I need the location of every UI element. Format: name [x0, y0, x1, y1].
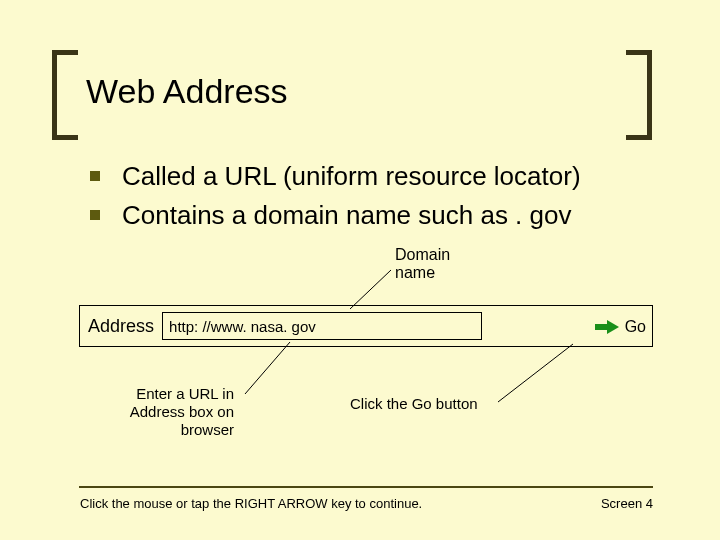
svg-line-0 [350, 270, 391, 309]
svg-line-1 [245, 342, 290, 394]
go-label: Go [625, 318, 646, 336]
square-bullet-icon [90, 171, 100, 181]
domain-name-callout: Domain name [395, 246, 450, 283]
footer-divider [79, 486, 653, 488]
slide-title: Web Address [86, 72, 288, 111]
url-value: http: //www. nasa. gov [169, 318, 316, 335]
square-bullet-icon [90, 210, 100, 220]
list-item: Called a URL (uniform resource locator) [90, 160, 581, 193]
bullet-text: Contains a domain name such as . gov [122, 199, 571, 232]
go-button[interactable]: Go [607, 313, 646, 341]
footer-instruction: Click the mouse or tap the RIGHT ARROW k… [80, 496, 422, 511]
title-bracket-right [626, 50, 652, 140]
arrow-right-icon [607, 320, 619, 334]
screen-number: Screen 4 [601, 496, 653, 511]
address-label: Address [80, 316, 162, 337]
enter-url-callout: Enter a URL in Address box on browser [104, 385, 234, 439]
click-go-callout: Click the Go button [350, 395, 478, 412]
title-bracket-left [52, 50, 78, 140]
svg-line-2 [498, 344, 573, 402]
url-input[interactable]: http: //www. nasa. gov [162, 312, 482, 340]
bullet-text: Called a URL (uniform resource locator) [122, 160, 581, 193]
list-item: Contains a domain name such as . gov [90, 199, 581, 232]
bullet-list: Called a URL (uniform resource locator) … [90, 160, 581, 237]
address-bar-container: Address http: //www. nasa. gov Go [79, 305, 653, 347]
